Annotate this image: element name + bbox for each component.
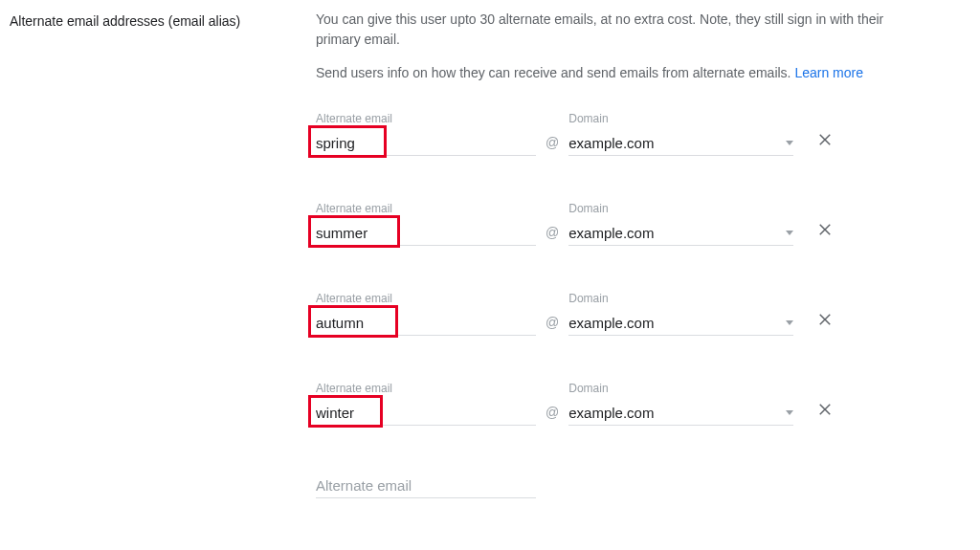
alternate-email-label: Alternate email (316, 382, 536, 395)
empty-alias-row (316, 472, 923, 498)
remove-alias-button[interactable] (816, 131, 834, 156)
close-icon (816, 221, 834, 238)
at-symbol: @ (536, 315, 568, 336)
chevron-down-icon (786, 410, 793, 415)
learn-more-link[interactable]: Learn more (794, 65, 863, 80)
chevron-down-icon (786, 141, 793, 145)
domain-text: example.com (568, 315, 654, 331)
email-field-group: Alternate email (316, 112, 536, 156)
remove-alias-button[interactable] (816, 221, 834, 246)
domain-label: Domain (568, 112, 793, 125)
domain-select[interactable]: example.com (568, 309, 793, 336)
domain-text: example.com (568, 135, 654, 151)
close-icon (816, 131, 834, 148)
content-area: You can give this user upto 30 alternate… (316, 10, 980, 498)
alternate-email-input-empty[interactable] (316, 472, 536, 498)
alternate-email-input[interactable] (316, 309, 536, 336)
domain-text: example.com (568, 405, 654, 421)
domain-text: example.com (568, 225, 654, 241)
alternate-email-input[interactable] (316, 399, 536, 426)
alternate-email-input[interactable] (316, 219, 536, 246)
domain-label: Domain (568, 382, 793, 395)
domain-select[interactable]: example.com (568, 129, 793, 156)
remove-alias-button[interactable] (816, 401, 834, 426)
alias-row: Alternate email@Domainexample.com (316, 382, 923, 426)
remove-alias-button[interactable] (816, 311, 834, 336)
domain-field-group: Domainexample.com (568, 382, 793, 426)
email-field-group: Alternate email (316, 202, 536, 246)
at-symbol: @ (536, 135, 568, 156)
domain-label: Domain (568, 292, 793, 305)
alternate-email-label: Alternate email (316, 202, 536, 215)
domain-select[interactable]: example.com (568, 219, 793, 246)
sub-description-span: Send users info on how they can receive … (316, 65, 794, 80)
at-symbol: @ (536, 225, 568, 246)
alternate-email-label: Alternate email (316, 292, 536, 305)
alias-row: Alternate email@Domainexample.com (316, 112, 923, 156)
domain-select[interactable]: example.com (568, 399, 793, 426)
close-icon (816, 401, 834, 418)
at-symbol: @ (536, 405, 568, 426)
domain-label: Domain (568, 202, 793, 215)
chevron-down-icon (786, 320, 793, 325)
chevron-down-icon (786, 231, 793, 235)
email-field-group: Alternate email (316, 292, 536, 336)
domain-field-group: Domainexample.com (568, 112, 793, 156)
email-field-group: Alternate email (316, 382, 536, 426)
alternate-email-input[interactable] (316, 129, 536, 156)
alias-row: Alternate email@Domainexample.com (316, 292, 923, 336)
domain-field-group: Domainexample.com (568, 202, 793, 246)
close-icon (816, 311, 834, 328)
alias-row: Alternate email@Domainexample.com (316, 202, 923, 246)
domain-field-group: Domainexample.com (568, 292, 793, 336)
sub-description-text: Send users info on how they can receive … (316, 63, 923, 83)
description-text: You can give this user upto 30 alternate… (316, 10, 923, 50)
alternate-email-label: Alternate email (316, 112, 536, 125)
section-title: Alternate email addresses (email alias) (10, 10, 316, 498)
